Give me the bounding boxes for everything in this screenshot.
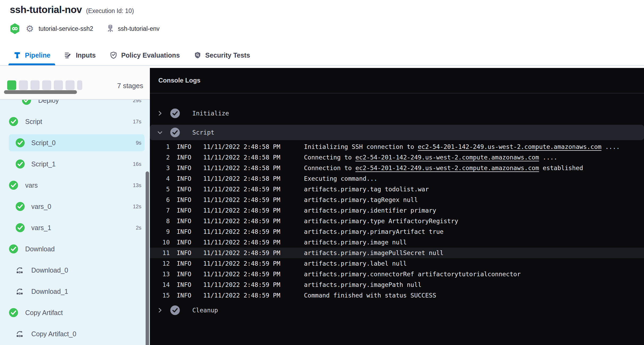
stage-progress-block [7,80,16,90]
vertical-scrollbar[interactable] [146,171,149,345]
environment-label[interactable]: ssh-tutorial-env [118,25,159,32]
tab-label: Pipeline [25,51,50,59]
log-level: INFO [177,195,191,205]
log-line-number: 8 [150,216,170,226]
chevron-down-icon[interactable] [156,129,163,136]
log-level: INFO [177,248,191,258]
stage-row-download[interactable]: Download [0,240,150,257]
stage-duration: 17s [133,113,141,130]
log-line: 12INFO11/11/2022 2:48:59 PMartifacts.pri… [150,258,644,269]
success-check-icon [9,117,18,126]
stage-row-deploy[interactable]: Deploy29s [0,100,150,109]
log-message: artifacts.primary.identifier primary [304,205,436,216]
tab-inputs[interactable]: Inputs [64,45,96,65]
log-level: INFO [177,173,191,184]
tab-security-tests[interactable]: Security Tests [194,45,250,65]
service-label[interactable]: tutorial-service-ssh2 [38,25,93,32]
log-message: Executing command... [304,173,377,184]
stage-row-label: vars_0 [31,198,51,215]
log-line: 15INFO11/11/2022 2:48:59 PMCommand finis… [150,290,644,301]
log-timestamp: 11/11/2022 2:48:59 PM [203,216,280,226]
log-line-number: 7 [150,205,170,216]
log-message: artifacts.primary.image null [304,237,407,248]
log-line: 7INFO11/11/2022 2:48:59 PMartifacts.prim… [150,205,644,216]
stage-list: Deploy29sScript17sScript_09sScript_116sv… [0,100,150,345]
log-level: INFO [177,258,191,269]
stage-progress-block [31,80,40,90]
log-message: Initializing SSH connection to ec2-54-20… [304,141,620,152]
security-shield-icon [194,51,202,59]
log-line: 13INFO11/11/2022 2:48:59 PMartifacts.pri… [150,269,644,279]
gray-check-icon [170,109,180,118]
stage-row-script-1[interactable]: Script_116s [0,156,150,172]
log-level: INFO [177,205,191,216]
stage-row-vars[interactable]: vars13s [0,177,150,194]
log-host-link[interactable]: ec2-54-201-142-249.us-west-2.compute.ama… [418,143,601,150]
stage-row-label: Deploy [38,100,59,109]
log-section-label: Cleanup [192,303,218,318]
page-title: ssh-tutorial-nov [10,4,82,15]
log-line: 2INFO11/11/2022 2:48:58 PMConnecting to … [150,152,644,163]
title-row: ssh-tutorial-nov (Execution Id: 10) [10,4,134,15]
stage-progress-block [19,80,28,90]
stage-row-label: Copy Artifact [25,304,63,321]
stage-progress-block [77,80,82,90]
log-timestamp: 11/11/2022 2:48:59 PM [203,184,280,195]
stage-duration: 16s [133,156,141,172]
success-check-icon [9,181,18,190]
log-section-cleanup[interactable]: Cleanup [150,303,644,318]
log-line-number: 6 [150,195,170,205]
stage-row-script-0[interactable]: Script_09s [0,134,150,151]
gray-check-icon [170,305,180,315]
log-line-number: 13 [150,269,170,279]
console-log-body: InitializeScriptCleanup1INFO11/11/2022 2… [150,93,644,345]
stage-row-copy-artifact[interactable]: Copy Artifact [0,304,150,321]
step-group-icon [16,266,24,274]
log-timestamp: 11/11/2022 2:48:59 PM [203,279,280,290]
log-line: 11INFO11/11/2022 2:48:59 PMartifacts.pri… [150,248,644,258]
log-line-number: 5 [150,184,170,195]
log-timestamp: 11/11/2022 2:48:59 PM [203,195,280,205]
log-timestamp: 11/11/2022 2:48:59 PM [203,205,280,216]
log-section-script[interactable]: Script [150,125,644,140]
stage-row-download-0[interactable]: Download_0 [0,262,150,279]
tab-bar: PipelineInputsPolicy EvaluationsSecurity… [0,45,644,66]
stage-row-vars-1[interactable]: vars_12s [0,219,150,236]
tab-pipeline[interactable]: Pipeline [13,45,50,65]
meta-row: ⚙ tutorial-service-ssh2 ssh-tutorial-env [10,23,160,34]
log-message: artifacts.primary.imagePullSecret null [304,248,443,258]
log-section-initialize[interactable]: Initialize [150,106,644,121]
stage-row-copy-artifact-0[interactable]: Copy Artifact_0 [0,325,150,342]
stage-row-download-1[interactable]: Download_1 [0,283,150,300]
log-level: INFO [177,184,191,195]
success-check-icon [9,308,18,317]
log-timestamp: 11/11/2022 2:48:59 PM [203,248,280,258]
cd-hexagon-icon [10,23,20,34]
log-line-number: 2 [150,152,170,163]
log-timestamp: 11/11/2022 2:48:58 PM [203,141,280,152]
tab-policy-evaluations[interactable]: Policy Evaluations [110,45,180,65]
stage-progress-block [66,80,75,90]
chevron-right-icon[interactable] [156,307,163,314]
stage-row-vars-0[interactable]: vars_012s [0,198,150,215]
tab-label: Security Tests [205,51,250,59]
log-host-link[interactable]: ec2-54-201-142-249.us-west-2.compute.ama… [355,154,539,161]
inputs-icon [64,51,72,59]
horizontal-scrollbar[interactable] [4,90,77,94]
tab-label: Policy Evaluations [121,51,180,59]
stage-count-label: 7 stages [117,82,143,90]
stage-progress-block [42,80,51,90]
console-title: Console Logs [158,68,201,93]
log-level: INFO [177,290,191,301]
chevron-right-icon[interactable] [156,110,163,117]
log-line: 4INFO11/11/2022 2:48:58 PMExecuting comm… [150,173,644,184]
log-message: artifacts.primary.tagRegex null [304,195,418,205]
log-line: 14INFO11/11/2022 2:48:59 PMartifacts.pri… [150,279,644,290]
stage-row-script[interactable]: Script17s [0,113,150,130]
log-host-link[interactable]: ec2-54-201-142-249.us-west-2.compute.ama… [355,165,539,171]
selected-row-highlight [9,134,145,151]
stage-row-label: Download_0 [31,262,68,279]
log-line-number: 1 [150,141,170,152]
log-line-number: 9 [150,226,170,237]
stage-duration: 13s [133,177,141,194]
